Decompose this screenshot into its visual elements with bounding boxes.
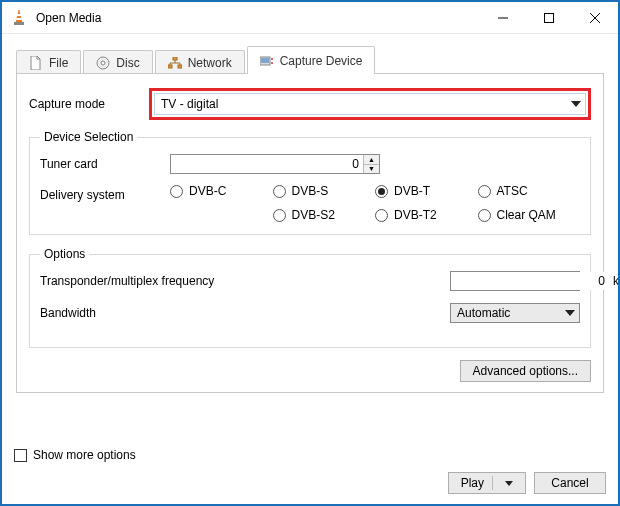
device-selection-group: Device Selection Tuner card ▲ ▼ Delivery…	[29, 130, 591, 235]
tab-disc-label: Disc	[116, 56, 139, 70]
svg-rect-1	[17, 14, 21, 16]
svg-point-16	[271, 62, 273, 64]
maximize-button[interactable]	[526, 2, 572, 33]
svg-rect-3	[14, 22, 24, 25]
capture-mode-select[interactable]: TV - digital	[154, 93, 586, 115]
svg-rect-5	[545, 13, 554, 22]
capture-mode-highlight: TV - digital	[149, 88, 591, 120]
checkbox-icon	[14, 449, 27, 462]
svg-rect-14	[261, 58, 269, 63]
footer: Show more options Play Cancel	[14, 448, 606, 494]
tab-file[interactable]: File	[16, 50, 81, 74]
tabs: File Disc Network Capture Device	[16, 46, 604, 74]
vlc-icon	[10, 9, 28, 27]
disc-icon	[96, 56, 110, 70]
chevron-down-icon	[571, 101, 581, 107]
spin-up-icon[interactable]: ▲	[364, 155, 379, 165]
bandwidth-value: Automatic	[457, 306, 510, 320]
close-button[interactable]	[572, 2, 618, 33]
device-selection-legend: Device Selection	[40, 130, 137, 144]
svg-rect-11	[168, 65, 172, 68]
radio-dvbc[interactable]: DVB-C	[170, 184, 273, 198]
bandwidth-label: Bandwidth	[40, 306, 450, 320]
frequency-unit: kHz	[613, 274, 620, 288]
tab-network-label: Network	[188, 56, 232, 70]
capture-mode-value: TV - digital	[161, 97, 218, 111]
options-group: Options Transponder/multiplex frequency …	[29, 247, 591, 348]
spin-down-icon[interactable]: ▼	[364, 165, 379, 174]
options-legend: Options	[40, 247, 89, 261]
radio-dvbt[interactable]: DVB-T	[375, 184, 478, 198]
network-icon	[168, 56, 182, 70]
radio-atsc[interactable]: ATSC	[478, 184, 581, 198]
frequency-spin[interactable]: kHz ▲ ▼	[450, 271, 580, 291]
svg-rect-12	[178, 65, 182, 68]
chevron-down-icon	[565, 310, 575, 316]
svg-point-15	[271, 58, 273, 60]
capture-icon	[260, 54, 274, 68]
radio-dvbs2[interactable]: DVB-S2	[273, 208, 376, 222]
frequency-label: Transponder/multiplex frequency	[40, 274, 450, 288]
bandwidth-select[interactable]: Automatic	[450, 303, 580, 323]
show-more-options-label: Show more options	[33, 448, 136, 462]
delivery-system-label: Delivery system	[40, 184, 170, 202]
cancel-button[interactable]: Cancel	[534, 472, 606, 494]
radio-clearqam[interactable]: Clear QAM	[478, 208, 581, 222]
tab-file-label: File	[49, 56, 68, 70]
tuner-card-spin[interactable]: ▲ ▼	[170, 154, 380, 174]
window-title: Open Media	[36, 11, 480, 25]
chevron-down-icon	[505, 481, 513, 486]
tuner-card-input[interactable]	[171, 155, 363, 173]
tab-network[interactable]: Network	[155, 50, 245, 74]
tab-capture-device-label: Capture Device	[280, 54, 363, 68]
capture-panel: Capture mode TV - digital Device Selecti…	[16, 74, 604, 393]
capture-mode-label: Capture mode	[29, 97, 149, 111]
tab-capture-device[interactable]: Capture Device	[247, 46, 376, 74]
svg-rect-10	[173, 57, 177, 60]
file-icon	[29, 56, 43, 70]
svg-point-9	[101, 61, 105, 65]
show-more-options-checkbox[interactable]: Show more options	[14, 448, 606, 462]
frequency-input[interactable]	[451, 272, 609, 290]
svg-rect-2	[16, 18, 22, 20]
radio-dvbs[interactable]: DVB-S	[273, 184, 376, 198]
radio-dvbt2[interactable]: DVB-T2	[375, 208, 478, 222]
advanced-options-button[interactable]: Advanced options...	[460, 360, 591, 382]
tab-disc[interactable]: Disc	[83, 50, 152, 74]
tuner-card-label: Tuner card	[40, 157, 170, 171]
titlebar: Open Media	[2, 2, 618, 34]
minimize-button[interactable]	[480, 2, 526, 33]
play-button[interactable]: Play	[448, 472, 526, 494]
